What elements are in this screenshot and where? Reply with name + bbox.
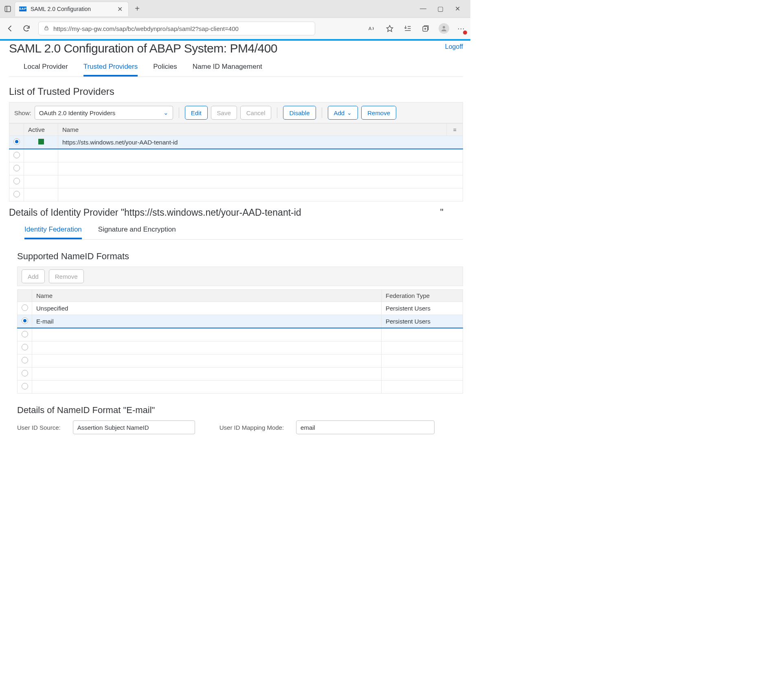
nameid-row-unspecified[interactable]: Unspecified Persistent Users: [18, 302, 463, 315]
row-radio[interactable]: [22, 331, 28, 337]
back-button[interactable]: [6, 24, 15, 33]
add-button-label: Add: [334, 109, 345, 116]
tab-nameid-management[interactable]: Name ID Management: [193, 61, 262, 77]
nameid-name-cell: E-mail: [32, 315, 382, 328]
provider-name-url: https://sts.windows.net/: [62, 139, 125, 146]
nameid-row-email[interactable]: E-mail Persistent Users: [18, 315, 463, 328]
more-menu-button[interactable]: ⋯: [457, 24, 465, 33]
provider-row[interactable]: https://sts.windows.net/your-AAD-tenant-…: [9, 136, 463, 149]
provider-row[interactable]: [9, 149, 463, 162]
show-dropdown[interactable]: OAuth 2.0 Identity Providers ⌄: [35, 106, 173, 120]
tab-list-icon[interactable]: [3, 4, 12, 13]
collections-icon[interactable]: [421, 24, 430, 33]
show-label: Show:: [14, 109, 31, 116]
row-radio[interactable]: [22, 304, 28, 311]
save-button: Save: [211, 106, 237, 120]
row-radio[interactable]: [13, 138, 20, 145]
toolbar-separator: [277, 107, 277, 118]
nameid-row[interactable]: [18, 368, 463, 381]
add-button[interactable]: Add ⌄: [328, 106, 358, 120]
favorite-icon[interactable]: [385, 24, 395, 33]
nameid-row[interactable]: [18, 354, 463, 368]
profile-avatar[interactable]: [439, 23, 449, 34]
sort-icon: [453, 126, 456, 133]
favorites-list-icon[interactable]: [403, 24, 413, 33]
nameid-row[interactable]: [18, 381, 463, 394]
provider-active-col-header[interactable]: Active: [24, 124, 58, 136]
provider-sort-col-header[interactable]: [447, 124, 463, 136]
row-radio[interactable]: [13, 165, 20, 171]
userid-mode-label: User ID Mapping Mode:: [219, 424, 284, 431]
tab-local-provider[interactable]: Local Provider: [24, 61, 68, 77]
refresh-button[interactable]: [22, 24, 31, 33]
toolbar-separator: [179, 107, 179, 118]
nameid-fed-cell: Persistent Users: [382, 315, 463, 328]
row-radio[interactable]: [22, 317, 28, 324]
notification-badge: [463, 31, 467, 35]
disable-button[interactable]: Disable: [283, 106, 316, 120]
provider-row[interactable]: [9, 188, 463, 201]
nameid-details: Details of NameID Format "E-mail" User I…: [17, 405, 463, 434]
svg-text:A: A: [369, 26, 372, 31]
userid-source-label: User ID Source:: [17, 424, 61, 431]
tab-signature-encryption[interactable]: Signature and Encryption: [98, 224, 176, 239]
tab-trusted-providers[interactable]: Trusted Providers: [83, 61, 138, 77]
userid-source-value: Assertion Subject NameID: [77, 424, 149, 431]
row-radio[interactable]: [13, 191, 20, 197]
tab-identity-federation[interactable]: Identity Federation: [24, 224, 82, 239]
row-radio[interactable]: [22, 344, 28, 350]
userid-mode-field[interactable]: email: [296, 420, 435, 434]
chevron-down-icon: ⌄: [163, 109, 169, 116]
page-header: SAML 2.0 Configuration of ABAP System: P…: [9, 42, 463, 55]
nameid-toolbar: Add Remove: [17, 267, 463, 286]
toolbar-separator: [322, 107, 322, 118]
logoff-link[interactable]: Logoff: [445, 42, 463, 50]
details-url: https://sts.windows.net/: [124, 207, 221, 218]
main-tabs: Local Provider Trusted Providers Policie…: [9, 61, 463, 77]
nameid-name-col-header[interactable]: Name: [32, 290, 382, 302]
new-tab-button[interactable]: +: [131, 3, 143, 15]
svg-rect-2: [45, 28, 48, 30]
nameid-federation-col-header[interactable]: Federation Type: [382, 290, 463, 302]
nameid-table: Name Federation Type Unspecified Persist…: [17, 289, 463, 394]
trusted-providers-title: List of Trusted Providers: [9, 86, 463, 97]
userid-source-field[interactable]: Assertion Subject NameID: [73, 420, 195, 434]
page-content: SAML 2.0 Configuration of ABAP System: P…: [0, 41, 470, 446]
nameid-select-col-header: [18, 290, 32, 302]
show-dropdown-value: OAuth 2.0 Identity Providers: [39, 109, 116, 116]
favicon-sap-icon: SAP: [19, 7, 26, 11]
tab-policies[interactable]: Policies: [153, 61, 177, 77]
details-title: Details of Identity Provider "https://st…: [9, 207, 463, 218]
provider-row[interactable]: [9, 162, 463, 175]
active-indicator: [38, 139, 44, 144]
provider-name-col-header[interactable]: Name: [58, 124, 447, 136]
page-title: SAML 2.0 Configuration of ABAP System: P…: [9, 42, 277, 55]
window-maximize-button[interactable]: [436, 5, 444, 13]
row-radio[interactable]: [22, 357, 28, 363]
read-aloud-icon[interactable]: A: [367, 24, 377, 33]
url-text: https://my-sap-gw.com/sap/bc/webdynpro/s…: [53, 25, 239, 32]
nameid-row[interactable]: [18, 341, 463, 354]
url-input[interactable]: https://my-sap-gw.com/sap/bc/webdynpro/s…: [38, 22, 315, 35]
window-close-button[interactable]: [453, 5, 461, 13]
details-tenant: your-AAD-tenant-id: [221, 207, 301, 218]
browser-chrome: SAP SAML 2.0 Configuration ✕ + https://m…: [0, 0, 470, 39]
edit-button[interactable]: Edit: [185, 106, 208, 120]
provider-name-tenant: your-AAD-tenant-id: [125, 139, 178, 146]
row-radio[interactable]: [22, 370, 28, 376]
trusted-toolbar: Show: OAuth 2.0 Identity Providers ⌄ Edi…: [9, 102, 463, 123]
remove-button[interactable]: Remove: [361, 106, 396, 120]
svg-point-11: [443, 26, 445, 28]
nameid-fed-cell: Persistent Users: [382, 302, 463, 315]
provider-row[interactable]: [9, 175, 463, 188]
window-minimize-button[interactable]: [419, 5, 427, 13]
row-radio[interactable]: [13, 152, 20, 158]
nameid-header-row: Name Federation Type: [18, 290, 463, 302]
browser-tab[interactable]: SAP SAML 2.0 Configuration ✕: [15, 2, 129, 16]
details-title-prefix: Details of Identity Provider ": [9, 207, 124, 218]
tab-title: SAML 2.0 Configuration: [31, 6, 91, 12]
tab-close-button[interactable]: ✕: [117, 5, 123, 13]
nameid-row[interactable]: [18, 328, 463, 341]
row-radio[interactable]: [22, 383, 28, 389]
row-radio[interactable]: [13, 178, 20, 184]
